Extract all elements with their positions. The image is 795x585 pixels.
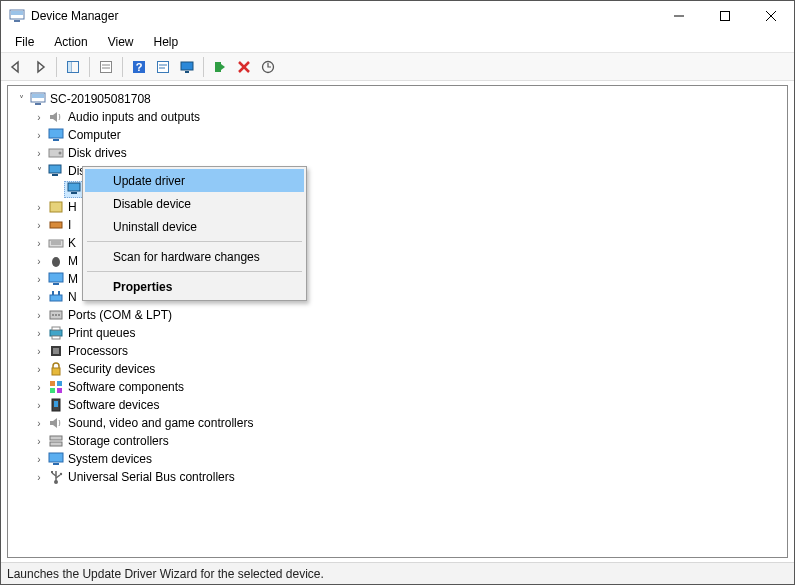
tree-item-sound[interactable]: › Sound, video and game controllers [14,414,783,432]
window-title: Device Manager [31,9,656,23]
expand-icon[interactable]: › [32,220,46,231]
expand-icon[interactable]: › [32,310,46,321]
action-button[interactable] [152,56,174,78]
expand-icon[interactable]: › [32,472,46,483]
expand-icon[interactable]: › [32,436,46,447]
tree-item-processors[interactable]: › Processors [14,342,783,360]
update-driver-button[interactable] [209,56,231,78]
toolbar: ? [1,53,794,81]
tree-item-label: Audio inputs and outputs [68,110,200,124]
menu-file[interactable]: File [5,33,44,51]
properties-button[interactable] [95,56,117,78]
expand-icon[interactable]: › [32,346,46,357]
tree-item-software-components[interactable]: › Software components [14,378,783,396]
svg-rect-32 [52,174,58,176]
svg-rect-41 [49,273,63,282]
svg-rect-28 [53,139,59,141]
ctx-item-label: Properties [113,280,172,294]
expand-icon[interactable]: › [32,274,46,285]
computer-icon [30,91,46,107]
tree-item-print-queues[interactable]: › Print queues [14,324,783,342]
expand-icon[interactable]: ˅ [14,94,28,105]
speaker-icon [48,415,64,431]
device-icon [48,217,64,233]
tree-panel[interactable]: ˅ SC-201905081708 › Audio inputs and out… [7,85,788,558]
tree-item-system[interactable]: › System devices [14,450,783,468]
expand-icon[interactable]: › [32,148,46,159]
help-button[interactable]: ? [128,56,150,78]
svg-rect-19 [185,71,189,73]
tree-item-audio[interactable]: › Audio inputs and outputs [14,108,783,126]
menu-help[interactable]: Help [144,33,189,51]
tree-item-storage[interactable]: › Storage controllers [14,432,783,450]
display-button[interactable] [176,56,198,78]
svg-rect-43 [50,295,62,301]
expand-icon[interactable]: › [32,130,46,141]
ctx-uninstall-device[interactable]: Uninstall device [85,215,304,238]
svg-rect-1 [11,11,23,15]
tree-item-ports[interactable]: › Ports (COM & LPT) [14,306,783,324]
ctx-update-driver[interactable]: Update driver [85,169,304,192]
expand-icon[interactable]: › [32,400,46,411]
expand-icon[interactable]: › [32,382,46,393]
ctx-item-label: Scan for hardware changes [113,250,260,264]
tree-root[interactable]: ˅ SC-201905081708 [14,90,783,108]
tree-item-label: Software components [68,380,184,394]
usb-icon [48,469,64,485]
ctx-scan-hardware[interactable]: Scan for hardware changes [85,245,304,268]
software-device-icon [48,397,64,413]
menu-action[interactable]: Action [44,33,97,51]
back-button[interactable] [5,56,27,78]
expand-icon[interactable]: › [32,238,46,249]
expand-icon[interactable]: › [32,364,46,375]
svg-rect-70 [51,471,53,473]
svg-rect-2 [14,20,20,22]
tree-root-label: SC-201905081708 [50,92,151,106]
ctx-properties[interactable]: Properties [85,275,304,298]
svg-rect-18 [181,62,193,70]
close-button[interactable] [748,1,794,31]
ctx-separator [87,271,302,272]
expand-icon[interactable]: › [32,328,46,339]
svg-rect-35 [50,202,62,212]
context-menu: Update driver Disable device Uninstall d… [82,166,307,301]
minimize-button[interactable] [656,1,702,31]
toolbar-separator [56,57,57,77]
tree-item-usb[interactable]: › Universal Serial Bus controllers [14,468,783,486]
lock-icon [48,361,64,377]
tree-item-security[interactable]: › Security devices [14,360,783,378]
status-bar: Launches the Update Driver Wizard for th… [1,562,794,584]
expand-icon[interactable]: › [32,202,46,213]
svg-rect-20 [215,62,221,72]
tree-item-label: Software devices [68,398,159,412]
speaker-icon [48,109,64,125]
app-icon [9,8,25,24]
tree-item-label: M [68,272,78,286]
svg-point-40 [52,257,60,267]
expand-icon[interactable]: › [32,292,46,303]
forward-button[interactable] [29,56,51,78]
monitor-icon [48,127,64,143]
maximize-button[interactable] [702,1,748,31]
menu-view[interactable]: View [98,33,144,51]
uninstall-button[interactable] [233,56,255,78]
svg-rect-33 [68,183,80,191]
svg-rect-55 [52,368,60,375]
tree-item-software-devices[interactable]: › Software devices [14,396,783,414]
expand-icon[interactable]: › [32,112,46,123]
show-hide-tree-button[interactable] [62,56,84,78]
tree-item-label: N [68,290,77,304]
display-adapter-icon [48,163,64,179]
expand-icon[interactable]: › [32,418,46,429]
tree-item-label: Print queues [68,326,135,340]
svg-rect-59 [57,388,62,393]
expand-icon[interactable]: › [32,256,46,267]
tree-item-computer[interactable]: › Computer [14,126,783,144]
monitor-icon [48,271,64,287]
expand-icon[interactable]: › [32,454,46,465]
ctx-disable-device[interactable]: Disable device [85,192,304,215]
printer-icon [48,325,64,341]
collapse-icon[interactable]: ˅ [32,166,46,177]
tree-item-disk-drives[interactable]: › Disk drives [14,144,783,162]
scan-hardware-button[interactable] [257,56,279,78]
